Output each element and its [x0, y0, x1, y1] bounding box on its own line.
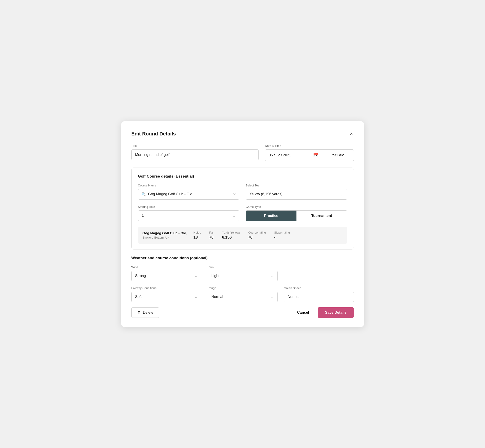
wind-label: Wind	[131, 265, 201, 269]
delete-button[interactable]: 🗑 Delete	[131, 307, 159, 318]
footer-row: 🗑 Delete Cancel Save Details	[131, 307, 354, 318]
starting-hole-label: Starting Hole	[138, 205, 240, 208]
course-rating-value: 70	[248, 235, 266, 240]
wind-rain-row: Wind Strong ⌄ Rain Light ⌄	[131, 265, 354, 281]
green-speed-group: Green Speed Normal ⌄	[284, 286, 354, 302]
footer-right: Cancel Save Details	[295, 307, 354, 318]
select-tee-group: Select Tee Yellow (6,156 yards) ⌄	[246, 184, 347, 200]
green-speed-label: Green Speed	[284, 286, 354, 290]
starting-hole-dropdown[interactable]: 1 ⌄	[138, 210, 240, 221]
holes-stat: Holes 18	[194, 231, 201, 240]
yards-value: 6,156	[222, 235, 240, 240]
cancel-button[interactable]: Cancel	[295, 308, 311, 318]
date-value: 05 / 12 / 2021	[269, 153, 311, 157]
golf-course-section: Golf Course details (Essential) Course N…	[131, 168, 354, 249]
fairway-group: Fairway Conditions Soft ⌄	[131, 286, 201, 302]
select-tee-label: Select Tee	[246, 184, 347, 187]
slope-rating-value: -	[274, 235, 290, 240]
course-info-name: Gog Magog Golf Club - Old,	[143, 231, 188, 235]
select-tee-dropdown[interactable]: Yellow (6,156 yards) ⌄	[246, 189, 347, 200]
fairway-value: Soft	[135, 295, 194, 299]
datetime-field-group: Date & Time 05 / 12 / 2021 📅 7:31 AM	[265, 144, 354, 161]
rough-value: Normal	[211, 295, 271, 299]
game-type-label: Game Type	[246, 205, 347, 208]
rain-group: Rain Light ⌄	[208, 265, 278, 281]
chevron-down-icon: ⌄	[194, 295, 197, 299]
select-tee-value: Yellow (6,156 yards)	[250, 192, 340, 196]
edit-round-modal: Edit Round Details × Title Date & Time 0…	[121, 121, 364, 327]
hole-gametype-row: Starting Hole 1 ⌄ Game Type Practice Tou…	[138, 205, 347, 221]
starting-hole-group: Starting Hole 1 ⌄	[138, 205, 240, 221]
datetime-label: Date & Time	[265, 144, 354, 147]
title-field-group: Title	[131, 144, 259, 161]
wind-dropdown[interactable]: Strong ⌄	[131, 271, 201, 281]
holes-label: Holes	[194, 231, 201, 234]
date-input[interactable]: 05 / 12 / 2021 📅	[265, 149, 322, 161]
modal-header: Edit Round Details ×	[131, 130, 354, 137]
golf-course-section-title: Golf Course details (Essential)	[138, 174, 347, 179]
par-stat: Par 70	[209, 231, 214, 240]
course-name-label: Course Name	[138, 184, 240, 187]
green-speed-value: Normal	[288, 295, 347, 299]
chevron-down-icon: ⌄	[194, 274, 197, 278]
rough-group: Rough Normal ⌄	[208, 286, 278, 302]
par-value: 70	[209, 235, 214, 240]
course-stats: Holes 18 Par 70 Yards(Yellow) 6,156 Cour…	[194, 231, 343, 240]
starting-hole-value: 1	[142, 214, 233, 218]
weather-section: Weather and course conditions (optional)…	[131, 256, 354, 302]
chevron-down-icon: ⌄	[347, 295, 350, 299]
slope-rating-stat: Slope rating -	[274, 231, 290, 240]
delete-label: Delete	[143, 311, 154, 315]
search-icon: 🔍	[141, 192, 146, 196]
rain-label: Rain	[208, 265, 278, 269]
slope-rating-label: Slope rating	[274, 231, 290, 234]
course-info-row: Gog Magog Golf Club - Old, Shelford Bott…	[138, 227, 347, 244]
course-name-value: Gog Magog Golf Club - Old	[148, 192, 231, 196]
course-info-location: Shelford Bottom, UK	[143, 236, 188, 239]
wind-value: Strong	[135, 274, 194, 278]
time-value: 7:31 AM	[331, 153, 345, 157]
rain-value: Light	[211, 274, 271, 278]
course-rating-stat: Course rating 70	[248, 231, 266, 240]
weather-section-title: Weather and course conditions (optional)	[131, 256, 354, 260]
wind-group: Wind Strong ⌄	[131, 265, 201, 281]
rough-dropdown[interactable]: Normal ⌄	[208, 292, 278, 302]
title-input[interactable]	[131, 149, 259, 160]
yards-label: Yards(Yellow)	[222, 231, 240, 234]
course-name-group: Course Name 🔍 Gog Magog Golf Club - Old …	[138, 184, 240, 200]
clear-icon[interactable]: ✕	[233, 192, 236, 196]
calendar-icon: 📅	[313, 153, 318, 158]
modal-title: Edit Round Details	[131, 131, 176, 137]
course-name-input[interactable]: 🔍 Gog Magog Golf Club - Old ✕	[138, 189, 240, 200]
fairway-rough-green-row: Fairway Conditions Soft ⌄ Rough Normal ⌄…	[131, 286, 354, 302]
top-row: Title Date & Time 05 / 12 / 2021 📅 7:31 …	[131, 144, 354, 161]
fairway-dropdown[interactable]: Soft ⌄	[131, 292, 201, 302]
chevron-down-icon: ⌄	[233, 214, 235, 218]
holes-value: 18	[194, 235, 201, 240]
par-label: Par	[209, 231, 214, 234]
close-button[interactable]: ×	[349, 130, 354, 137]
trash-icon: 🗑	[137, 311, 141, 315]
chevron-down-icon: ⌄	[271, 274, 274, 278]
datetime-row: 05 / 12 / 2021 📅 7:31 AM	[265, 149, 354, 161]
time-input[interactable]: 7:31 AM	[322, 149, 354, 161]
chevron-down-icon: ⌄	[271, 295, 274, 299]
chevron-down-icon: ⌄	[340, 192, 343, 196]
game-type-group: Game Type Practice Tournament	[246, 205, 347, 221]
green-speed-dropdown[interactable]: Normal ⌄	[284, 292, 354, 302]
fairway-label: Fairway Conditions	[131, 286, 201, 290]
title-label: Title	[131, 144, 259, 147]
course-tee-row: Course Name 🔍 Gog Magog Golf Club - Old …	[138, 184, 347, 200]
yards-stat: Yards(Yellow) 6,156	[222, 231, 240, 240]
rough-label: Rough	[208, 286, 278, 290]
rain-dropdown[interactable]: Light ⌄	[208, 271, 278, 281]
save-button[interactable]: Save Details	[318, 307, 354, 318]
practice-toggle-btn[interactable]: Practice	[246, 211, 297, 221]
course-info-main: Gog Magog Golf Club - Old, Shelford Bott…	[143, 231, 188, 239]
course-rating-label: Course rating	[248, 231, 266, 234]
tournament-toggle-btn[interactable]: Tournament	[297, 211, 347, 221]
game-type-toggle: Practice Tournament	[246, 210, 347, 221]
